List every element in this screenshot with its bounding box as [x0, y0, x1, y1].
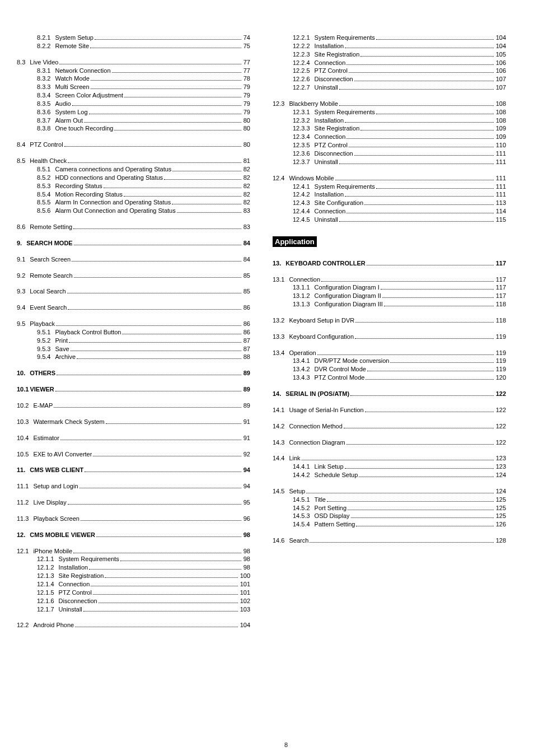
toc-leader-dots: [350, 395, 493, 396]
toc-page-ref: 122: [495, 390, 506, 398]
toc-page-ref: 118: [495, 316, 506, 325]
toc-entry: 14.4.2Schedule Setup124: [273, 471, 506, 479]
toc-page-ref: 91: [242, 418, 250, 426]
toc-number: 14.5: [273, 487, 289, 496]
toc-page-ref: 79: [242, 83, 250, 91]
toc-entry: 12.3.2Installation108: [273, 116, 506, 125]
toc-number: 9.: [17, 239, 26, 248]
toc-leader-dots: [93, 456, 241, 456]
toc-leader-dots: [348, 510, 494, 510]
toc-entry: 9.4Event Search86: [17, 304, 250, 312]
toc-title: Recording Status: [55, 182, 102, 190]
toc-number: 13.1.2: [293, 292, 315, 300]
toc-page-ref: 80: [242, 116, 250, 125]
toc-leader-dots: [68, 504, 241, 505]
toc-page-ref: 88: [242, 353, 250, 361]
toc-entry: 12.2.4Connection106: [273, 59, 506, 67]
toc-leader-dots: [345, 196, 493, 197]
toc-number: 8.5.4: [37, 190, 55, 199]
toc-leader-dots: [345, 468, 494, 469]
toc-title: Site Registration: [315, 124, 360, 133]
toc-leader-dots: [335, 180, 494, 180]
toc-title: EXE to AVI Converter: [33, 450, 92, 459]
toc-leader-dots: [355, 338, 494, 339]
toc-number: 14.5.2: [293, 504, 315, 512]
toc-entry: 12.2.7Uninstall107: [273, 83, 506, 92]
toc-leader-dots: [99, 603, 238, 603]
toc-title: CMS WEB CLIENT: [30, 466, 83, 474]
toc-number: 14.4: [273, 454, 289, 463]
toc-leader-dots: [69, 342, 241, 343]
toc-entry: 8.5.6Alarm Out Connection and Operating …: [17, 207, 250, 215]
toc-entry: 12.3Blackberry Mobile108: [273, 100, 506, 108]
toc-title: Playback Screen: [33, 515, 79, 523]
toc-column-left: 8.2.1System Setup748.2.2Remote Site758.3…: [17, 34, 250, 629]
toc-entry: 12.1.3Site Registration100: [17, 572, 250, 580]
toc-page-ref: 86: [242, 320, 250, 328]
toc-leader-dots: [73, 228, 241, 229]
toc-page-ref: 117: [495, 283, 506, 292]
toc-page-ref: 122: [495, 422, 506, 431]
toc-number: 14.6: [273, 536, 289, 545]
toc-page-ref: 117: [495, 292, 506, 300]
toc-number: 12.1.4: [37, 580, 59, 589]
toc-number: 10.3: [17, 418, 33, 426]
toc-number: 13.4: [273, 349, 289, 357]
toc-leader-dots: [390, 362, 493, 363]
toc-entry: 8.5.5Alarm In Connection and Operating S…: [17, 198, 250, 207]
toc-title: Alarm Out: [55, 116, 83, 125]
toc-page-ref: 125: [495, 504, 506, 512]
toc-entry: 14.6Search128: [273, 536, 506, 545]
toc-number: 12.1.5: [37, 589, 59, 597]
toc-leader-dots: [68, 309, 241, 310]
toc-leader-dots: [72, 261, 241, 262]
toc-leader-dots: [349, 147, 494, 147]
toc-leader-dots: [89, 114, 241, 114]
toc-page-ref: 101: [239, 589, 250, 597]
toc-number: 8.5.6: [37, 207, 55, 215]
toc-leader-dots: [79, 488, 241, 488]
toc-number: 13.1: [273, 276, 289, 284]
toc-leader-dots: [327, 501, 494, 502]
toc-leader-dots: [321, 281, 494, 282]
toc-page-ref: 74: [242, 34, 250, 42]
toc-page-ref: 79: [242, 91, 250, 100]
toc-entry: 12.4.4Connection114: [273, 207, 506, 216]
toc-number: 8.5.2: [37, 174, 55, 182]
toc-number: 8.5.1: [37, 165, 55, 174]
toc-leader-dots: [346, 138, 493, 139]
toc-number: 8.3.2: [37, 74, 55, 83]
toc-page-ref: 104: [495, 42, 506, 50]
toc-page-ref: 82: [242, 198, 250, 207]
toc-page-ref: 77: [242, 58, 250, 67]
toc-number: 9.2: [17, 272, 30, 280]
toc-page-ref: 124: [495, 471, 506, 479]
toc-page-ref: 114: [495, 207, 506, 216]
toc-title: PTZ Control: [30, 141, 63, 149]
toc-number: 9.5.3: [37, 345, 55, 353]
section-header: Application: [273, 236, 317, 247]
toc-number: 12.3.6: [293, 150, 315, 158]
toc-page-ref: 111: [495, 174, 506, 183]
toc-number: 9.5.2: [37, 337, 55, 345]
toc-leader-dots: [317, 354, 494, 355]
toc-entry: 12.2.3Site Registration105: [273, 50, 506, 59]
toc-title: Health Check: [30, 157, 67, 165]
toc-title: Configuration Diagram III: [315, 300, 383, 309]
toc-title: Link: [289, 454, 300, 463]
toc-entry: 13.3Keyboard Configuration119: [273, 333, 506, 341]
toc-leader-dots: [349, 72, 494, 73]
toc-page-ref: 126: [495, 520, 506, 529]
toc-entry: 13.1Connection117: [273, 276, 506, 284]
toc-page-ref: 98: [242, 563, 250, 572]
toc-number: 12.2.7: [293, 83, 315, 92]
toc-entry: 14.5.4Pattern Setting126: [273, 520, 506, 529]
toc-page-ref: 118: [495, 300, 506, 309]
toc-number: 12.2.5: [293, 67, 315, 75]
toc-entry: 12.1.1System Requirements98: [17, 555, 250, 563]
toc-entry: 8.2.2Remote Site75: [17, 42, 250, 50]
toc-title: Remote Site: [55, 42, 89, 50]
toc-number: 13.4.3: [293, 374, 315, 382]
toc-title: Remote Search: [30, 272, 72, 280]
toc-leader-dots: [346, 444, 494, 445]
